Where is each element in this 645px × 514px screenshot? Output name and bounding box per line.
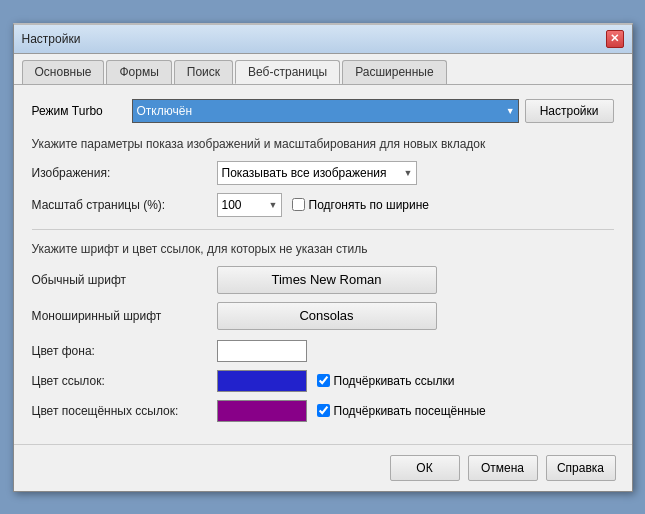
images-select[interactable]: Показывать все изображения bbox=[217, 161, 417, 185]
tab-webpages[interactable]: Веб-страницы bbox=[235, 60, 340, 84]
tab-advanced[interactable]: Расширенные bbox=[342, 60, 447, 84]
link-color-label: Цвет ссылок: bbox=[32, 374, 217, 388]
fit-width-checkbox[interactable] bbox=[292, 198, 305, 211]
turbo-settings-button[interactable]: Настройки bbox=[525, 99, 614, 123]
underline-visited-text: Подчёркивать посещённые bbox=[334, 404, 486, 418]
mono-font-row: Моноширинный шрифт Consolas bbox=[32, 302, 614, 330]
tab-bar: Основные Формы Поиск Веб-страницы Расшир… bbox=[14, 54, 632, 85]
link-color-swatch[interactable] bbox=[217, 370, 307, 392]
images-label: Изображения: bbox=[32, 166, 217, 180]
title-bar: Настройки ✕ bbox=[14, 25, 632, 54]
bg-color-row: Цвет фона: bbox=[32, 340, 614, 362]
visited-color-swatch[interactable] bbox=[217, 400, 307, 422]
fit-width-label[interactable]: Подгонять по ширине bbox=[292, 198, 430, 212]
scale-label: Масштаб страницы (%): bbox=[32, 198, 217, 212]
underline-links-text: Подчёркивать ссылки bbox=[334, 374, 455, 388]
underline-visited-label[interactable]: Подчёркивать посещённые bbox=[317, 404, 486, 418]
tab-forms[interactable]: Формы bbox=[106, 60, 171, 84]
turbo-select[interactable]: Отключён bbox=[132, 99, 519, 123]
visited-color-label: Цвет посещённых ссылок: bbox=[32, 404, 217, 418]
settings-window: Настройки ✕ Основные Формы Поиск Веб-стр… bbox=[13, 23, 633, 492]
fit-width-text: Подгонять по ширине bbox=[309, 198, 430, 212]
tab-basic[interactable]: Основные bbox=[22, 60, 105, 84]
mono-font-label: Моноширинный шрифт bbox=[32, 309, 217, 323]
cancel-button[interactable]: Отмена bbox=[468, 455, 538, 481]
fonts-section-description: Укажите шрифт и цвет ссылок, для которых… bbox=[32, 242, 614, 256]
turbo-select-container[interactable]: Отключён bbox=[132, 99, 519, 123]
images-row: Изображения: Показывать все изображения bbox=[32, 161, 614, 185]
link-color-row: Цвет ссылок: Подчёркивать ссылки bbox=[32, 370, 614, 392]
bg-color-swatch[interactable] bbox=[217, 340, 307, 362]
bg-color-label: Цвет фона: bbox=[32, 344, 217, 358]
scale-row: Масштаб страницы (%): 100 Подгонять по ш… bbox=[32, 193, 614, 217]
turbo-label: Режим Turbo bbox=[32, 104, 132, 118]
mono-font-button[interactable]: Consolas bbox=[217, 302, 437, 330]
settings-content: Режим Turbo Отключён Настройки Укажите п… bbox=[14, 85, 632, 444]
bottom-bar: ОК Отмена Справка bbox=[14, 444, 632, 491]
window-title: Настройки bbox=[22, 32, 81, 46]
help-button[interactable]: Справка bbox=[546, 455, 616, 481]
normal-font-button[interactable]: Times New Roman bbox=[217, 266, 437, 294]
ok-button[interactable]: ОК bbox=[390, 455, 460, 481]
turbo-row: Режим Turbo Отключён Настройки bbox=[32, 99, 614, 123]
underline-links-label[interactable]: Подчёркивать ссылки bbox=[317, 374, 455, 388]
scale-select-wrap[interactable]: 100 bbox=[217, 193, 282, 217]
images-section-description: Укажите параметры показа изображений и м… bbox=[32, 137, 614, 151]
visited-color-row: Цвет посещённых ссылок: Подчёркивать пос… bbox=[32, 400, 614, 422]
normal-font-row: Обычный шрифт Times New Roman bbox=[32, 266, 614, 294]
scale-select[interactable]: 100 bbox=[217, 193, 282, 217]
underline-links-checkbox[interactable] bbox=[317, 374, 330, 387]
underline-visited-checkbox[interactable] bbox=[317, 404, 330, 417]
tab-search[interactable]: Поиск bbox=[174, 60, 233, 84]
close-button[interactable]: ✕ bbox=[606, 30, 624, 48]
images-select-wrap[interactable]: Показывать все изображения bbox=[217, 161, 417, 185]
section-separator bbox=[32, 229, 614, 230]
normal-font-label: Обычный шрифт bbox=[32, 273, 217, 287]
